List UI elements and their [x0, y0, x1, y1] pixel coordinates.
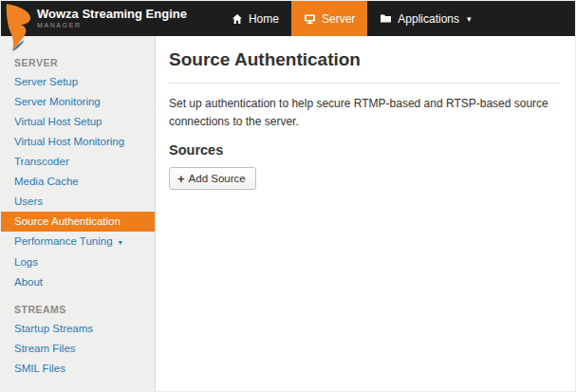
- nav-item-label: Home: [249, 12, 279, 26]
- sidebar-item-smil-files[interactable]: SMIL Files: [1, 359, 155, 379]
- sidebar-section-server: SERVER: [1, 53, 155, 72]
- chevron-down-icon: ▾: [467, 14, 472, 24]
- top-navbar: Wowza Streaming Engine MANAGER Home Serv…: [1, 1, 575, 36]
- sidebar-item-about[interactable]: About: [1, 272, 155, 292]
- sidebar-item-label: Performance Tuning: [14, 235, 113, 247]
- add-source-label: Add Source: [189, 173, 246, 184]
- plus-icon: +: [177, 174, 185, 184]
- chevron-down-icon: ▾: [119, 238, 122, 247]
- app-window: Wowza Streaming Engine MANAGER Home Serv…: [0, 0, 576, 392]
- brand-title: Wowza Streaming Engine: [37, 8, 187, 21]
- sidebar: SERVER Server Setup Server Monitoring Vi…: [1, 36, 156, 392]
- sidebar-item-performance-tuning[interactable]: Performance Tuning ▾: [1, 232, 155, 252]
- sidebar-item-virtual-host-monitoring[interactable]: Virtual Host Monitoring: [1, 132, 155, 152]
- sources-toolbar: + Add Source: [169, 158, 560, 190]
- server-icon: [304, 13, 316, 25]
- brand: Wowza Streaming Engine MANAGER: [37, 1, 187, 36]
- brand-subtitle: MANAGER: [37, 21, 187, 29]
- sidebar-item-logs[interactable]: Logs: [1, 252, 155, 272]
- sidebar-item-media-cache[interactable]: Media Cache: [1, 172, 155, 192]
- sidebar-item-transcoder[interactable]: Transcoder: [1, 152, 155, 172]
- sidebar-item-stream-files[interactable]: Stream Files: [1, 339, 155, 359]
- sidebar-item-source-authentication[interactable]: Source Authentication: [1, 212, 155, 232]
- sidebar-item-server-monitoring[interactable]: Server Monitoring: [1, 92, 155, 112]
- content-area: SERVER Server Setup Server Monitoring Vi…: [1, 36, 575, 392]
- navbar-menu: Home Server Applications ▾: [219, 1, 484, 36]
- page-description: Set up authentication to help secure RTM…: [169, 95, 560, 130]
- nav-item-applications[interactable]: Applications ▾: [367, 1, 483, 36]
- add-source-button[interactable]: + Add Source: [169, 167, 256, 190]
- applications-icon: [380, 13, 392, 24]
- nav-item-label: Applications: [398, 12, 459, 26]
- nav-item-label: Server: [322, 12, 355, 26]
- sidebar-item-startup-streams[interactable]: Startup Streams: [1, 319, 155, 339]
- nav-item-home[interactable]: Home: [219, 1, 291, 36]
- sidebar-item-server-setup[interactable]: Server Setup: [1, 72, 155, 92]
- page-title: Source Authentication: [169, 49, 560, 84]
- sidebar-section-streams: STREAMS: [1, 300, 155, 319]
- main-content: Source Authentication Set up authenticat…: [156, 36, 575, 392]
- sidebar-item-virtual-host-setup[interactable]: Virtual Host Setup: [1, 112, 155, 132]
- sources-heading: Sources: [169, 142, 560, 158]
- home-icon: [232, 13, 243, 25]
- wowza-logo: [5, 3, 33, 52]
- nav-item-server[interactable]: Server: [291, 1, 367, 36]
- sidebar-item-users[interactable]: Users: [1, 192, 155, 212]
